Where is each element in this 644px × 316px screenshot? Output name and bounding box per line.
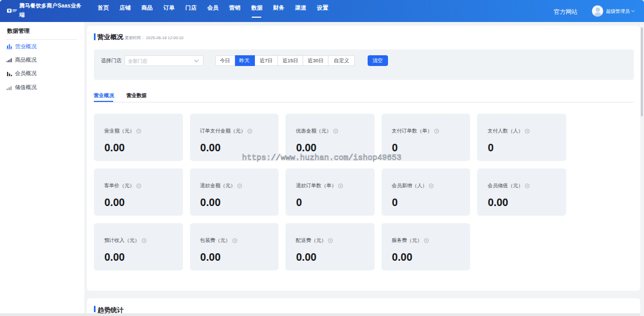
svg-text:?: ? <box>249 129 251 133</box>
svg-text:?: ? <box>239 184 241 187</box>
svg-text:?: ? <box>426 239 428 242</box>
svg-text:?: ? <box>340 184 342 187</box>
svg-text:?: ? <box>430 184 433 187</box>
svg-text:?: ? <box>138 129 140 133</box>
svg-text:?: ? <box>526 129 529 133</box>
svg-text:?: ? <box>143 239 145 242</box>
svg-text:?: ? <box>138 184 140 187</box>
svg-text:?: ? <box>330 239 332 242</box>
svg-text:?: ? <box>233 239 236 242</box>
svg-text:?: ? <box>335 129 337 133</box>
svg-text:?: ? <box>526 184 529 187</box>
svg-text:?: ? <box>436 129 438 133</box>
